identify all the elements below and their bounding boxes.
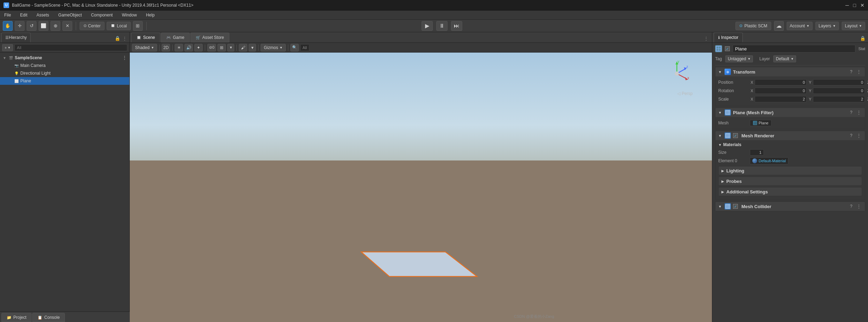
search-all-btn[interactable]: 🔍 (290, 44, 299, 52)
hierarchy-item-plane[interactable]: ⬜ Plane (0, 77, 129, 85)
rotation-x-input[interactable] (755, 88, 807, 94)
transform-help-btn[interactable]: ? (848, 69, 854, 75)
rotation-y-input[interactable] (813, 88, 865, 94)
project-tab[interactable]: 📁 Project (1, 313, 32, 322)
menu-window[interactable]: Window (120, 12, 138, 18)
pause-button[interactable]: ⏸ (436, 21, 448, 31)
add-object-button[interactable]: + ▼ (2, 44, 13, 51)
materials-header[interactable]: ▼ Materials (718, 142, 862, 147)
mesh-renderer-header[interactable]: ▼ ✓ Mesh Renderer ? ⋮ (715, 131, 865, 140)
mesh-filter-component: ▼ Plane (Mesh Filter) ? ⋮ (715, 108, 865, 129)
scene-settings-btn[interactable]: ▼ (227, 44, 234, 52)
transform-tool[interactable]: ✕ (62, 21, 72, 31)
mesh-filter-help-btn[interactable]: ? (848, 109, 854, 116)
tag-dropdown[interactable]: Untagged ▼ (725, 55, 753, 62)
scene-area: 🔲 Scene 🎮 Game 🛒 Asset Store ⋮ Shaded ▼ … (130, 32, 712, 322)
mesh-renderer-more-btn[interactable]: ⋮ (856, 132, 862, 139)
svg-rect-25 (726, 133, 730, 138)
transform-more-btn[interactable]: ⋮ (856, 69, 862, 75)
mesh-renderer-component: ▼ ✓ Mesh Renderer ? ⋮ (715, 131, 865, 200)
additional-settings-header[interactable]: ▶ Additional Settings (718, 187, 862, 196)
scale-y-input[interactable] (813, 96, 865, 102)
scene-snap-toggle[interactable]: ▼ (249, 44, 256, 52)
probes-section-header[interactable]: ▶ Probes (718, 177, 862, 186)
scale-tool[interactable]: ⬜ (39, 21, 48, 31)
layer-dropdown[interactable]: Default ▼ (773, 55, 796, 62)
lighting-section-header[interactable]: ▶ Lighting (718, 166, 862, 175)
mesh-filter-more-btn[interactable]: ⋮ (856, 109, 862, 116)
scene-toolbar-divider4 (236, 44, 237, 51)
mesh-value[interactable]: Plane (750, 120, 772, 126)
scene-search-input[interactable]: All (300, 44, 309, 51)
object-name-input[interactable] (733, 45, 855, 53)
minimize-btn[interactable]: ─ (846, 2, 849, 8)
inspector-tab-inspector[interactable]: ℹ Inspector (714, 33, 743, 42)
scene-audio-toggle[interactable]: 🔊 (184, 44, 193, 52)
mesh-renderer-checkbox[interactable]: ✓ (733, 133, 738, 138)
menu-file[interactable]: File (3, 12, 12, 18)
mesh-filter-icon (725, 109, 731, 116)
hierarchy-item-directionallight[interactable]: 💡 Directional Light (0, 69, 129, 77)
menu-component[interactable]: Component (89, 12, 114, 18)
scene-tab-game[interactable]: 🎮 Game (161, 33, 190, 42)
scale-x-input[interactable] (755, 96, 807, 102)
hierarchy-item-maincamera[interactable]: 📷 Main Camera (0, 62, 129, 69)
position-x-input[interactable] (755, 79, 807, 85)
play-button[interactable]: ▶ (422, 21, 433, 31)
plastic-scm-button[interactable]: ⊙ Plastic SCM (735, 22, 771, 30)
layers-dropdown[interactable]: Layers ▼ (815, 22, 839, 30)
account-dropdown[interactable]: Account ▼ (787, 22, 813, 30)
hierarchy-tab[interactable]: ☰ Hierarchy (1, 33, 31, 42)
hierarchy-search[interactable] (14, 44, 127, 51)
scene-tab-scene[interactable]: 🔲 Scene (131, 33, 160, 42)
layout-dropdown[interactable]: Layout ▼ (842, 22, 865, 30)
scene-viewport[interactable]: y x z ◁ Persp CSDN @爱着的小Zang (130, 53, 712, 322)
position-y-input[interactable] (813, 79, 865, 85)
rotate-tool[interactable]: ↺ (27, 21, 36, 31)
hierarchy-lock-icon[interactable]: 🔒 (114, 34, 121, 42)
move-tool[interactable]: ✛ (15, 21, 25, 31)
scene-more-icon[interactable]: ⋮ (122, 55, 127, 60)
rect-tool[interactable]: ⊕ (51, 21, 60, 31)
menu-gameobject[interactable]: GameObject (57, 12, 83, 18)
inspector-lock-icon[interactable]: 🔒 (859, 34, 867, 42)
inspector-icon: ℹ (718, 35, 720, 40)
mesh-collider-help-btn[interactable]: ? (848, 203, 854, 210)
material-element0[interactable]: Default-Material (750, 157, 788, 164)
scene-light-toggle[interactable]: ☀ (175, 44, 183, 52)
console-tab[interactable]: 📋 Console (32, 313, 65, 322)
mesh-collider-more-btn[interactable]: ⋮ (856, 203, 862, 210)
center-toggle[interactable]: ⊙ Center (80, 22, 105, 30)
gizmos-dropdown[interactable]: Gizmos ▼ (261, 44, 286, 52)
menu-edit[interactable]: Edit (19, 12, 29, 18)
scene-grid-toggle[interactable]: ⊞ (217, 44, 226, 52)
mesh-collider-header[interactable]: ▼ ✓ Mesh Collider ? ⋮ (715, 202, 865, 211)
object-active-checkbox[interactable]: ✓ (725, 46, 730, 51)
menu-help[interactable]: Help (144, 12, 156, 18)
hierarchy-more-icon[interactable]: ⋮ (121, 34, 128, 42)
scene-paint-toggle[interactable]: 🖌 (239, 44, 247, 52)
local-toggle[interactable]: 🔲 Local (107, 22, 131, 30)
transform-header[interactable]: ▼ ⊕ Transform ? ⋮ (715, 67, 865, 76)
gizmo-axes[interactable]: y x z (663, 60, 691, 88)
mesh-collider-checkbox[interactable]: ✓ (733, 204, 738, 209)
hidden-objects-toggle[interactable]: ⊘0 (207, 44, 216, 52)
close-btn[interactable]: ✕ (860, 2, 864, 8)
cloud-button[interactable]: ☁ (774, 21, 784, 31)
scene-panel-more[interactable]: ⋮ (702, 34, 711, 42)
2d-toggle[interactable]: 2D (162, 44, 170, 52)
step-button[interactable]: ⏭ (451, 21, 462, 31)
scene-fx-toggle[interactable]: ✦ (194, 44, 203, 52)
maximize-btn[interactable]: □ (853, 2, 856, 8)
shading-dropdown[interactable]: Shaded ▼ (132, 44, 157, 52)
material-sphere-icon (752, 158, 757, 163)
menu-assets[interactable]: Assets (35, 12, 51, 18)
grid-tool[interactable]: ⊞ (133, 21, 143, 31)
scene-tab-assetstore[interactable]: 🛒 Asset Store (190, 33, 229, 42)
materials-size-input[interactable] (750, 149, 764, 156)
hierarchy-item-samplescene[interactable]: ▼ 🎬 SampleScene ⋮ (0, 54, 129, 62)
mesh-renderer-help-btn[interactable]: ? (848, 132, 854, 139)
hand-tool[interactable]: ✋ (3, 21, 13, 31)
materials-size-row: Size (718, 149, 862, 156)
mesh-filter-header[interactable]: ▼ Plane (Mesh Filter) ? ⋮ (715, 108, 865, 117)
